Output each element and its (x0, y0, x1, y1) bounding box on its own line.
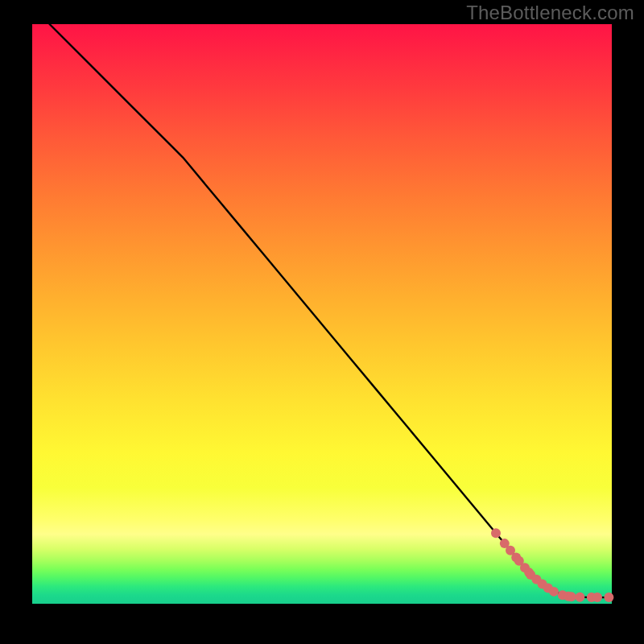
data-point (604, 592, 613, 602)
watermark-label: TheBottleneck.com (466, 2, 634, 24)
scatter-markers (491, 528, 613, 602)
plot-area (32, 24, 612, 604)
data-point (567, 592, 576, 601)
chart-container: TheBottleneck.com (0, 0, 644, 644)
data-point (549, 587, 559, 597)
data-point (491, 528, 501, 538)
data-point (592, 592, 602, 602)
chart-overlay (32, 24, 612, 604)
line-series (50, 24, 609, 597)
data-point (575, 592, 584, 602)
